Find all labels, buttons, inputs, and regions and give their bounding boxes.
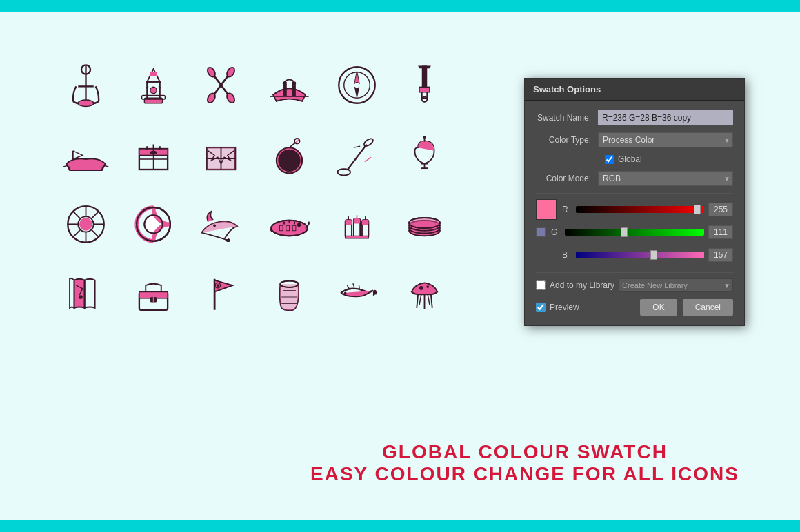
list-item [123, 123, 183, 185]
color-type-select-wrapper: Process Color ▼ [598, 132, 733, 147]
divider-2 [536, 272, 733, 273]
color-type-select[interactable]: Process Color [598, 132, 733, 147]
list-item [123, 260, 183, 323]
swatch-name-input[interactable] [598, 110, 733, 125]
list-item [191, 123, 252, 185]
svg-rect-88 [346, 236, 369, 238]
svg-rect-83 [354, 218, 360, 223]
list-item [394, 260, 455, 323]
list-item [191, 260, 252, 323]
bottom-line1: GLOBAL COLOUR SWATCH [310, 441, 739, 463]
library-row: Add to my Library Create New Library... … [536, 278, 733, 292]
icon-row-3 [55, 192, 455, 254]
b-slider-thumb[interactable] [650, 250, 657, 260]
color-mode-select[interactable]: RGB [598, 171, 733, 186]
list-item [394, 54, 455, 116]
library-checkbox[interactable] [536, 280, 546, 290]
global-checkbox[interactable] [605, 155, 614, 164]
svg-point-17 [206, 92, 217, 104]
g-value-input[interactable] [708, 225, 733, 239]
r-slider-thumb[interactable] [694, 205, 701, 214]
svg-line-110 [359, 285, 359, 289]
svg-rect-7 [144, 98, 162, 103]
global-row: Global [536, 154, 733, 164]
svg-point-111 [344, 291, 347, 294]
r-value-input[interactable] [708, 203, 733, 216]
list-item [259, 192, 319, 254]
svg-point-35 [150, 150, 157, 154]
r-channel-row: R [536, 199, 733, 220]
color-mode-label: Color Mode: [536, 174, 598, 183]
bottom-text-area: GLOBAL COLOUR SWATCH EASY COLOUR CHANGE … [310, 441, 739, 485]
color-mode-select-wrapper: RGB ▼ [598, 171, 733, 186]
list-item [123, 54, 183, 116]
bottom-line2: EASY COLOUR CHANGE FOR ALL ICONS [310, 463, 739, 485]
r-label: R [562, 205, 572, 214]
list-item [394, 192, 455, 254]
svg-rect-6 [150, 72, 157, 76]
global-label: Global [618, 154, 642, 164]
library-select[interactable]: Create New Library... [619, 278, 733, 292]
svg-line-61 [72, 211, 79, 218]
list-item [326, 54, 387, 116]
color-type-label: Color Type: [536, 135, 598, 145]
list-item [259, 123, 319, 185]
svg-line-108 [347, 285, 349, 289]
dialog-title: Swatch Options [533, 84, 601, 94]
svg-rect-84 [362, 219, 368, 225]
svg-point-102 [217, 284, 219, 287]
b-spacer [536, 245, 557, 265]
list-item [259, 260, 319, 323]
list-item [55, 192, 116, 254]
list-item [55, 260, 116, 323]
list-item [123, 192, 183, 254]
list-item [394, 123, 455, 185]
svg-point-117 [419, 286, 423, 290]
svg-point-95 [79, 295, 83, 299]
r-slider-track [576, 206, 704, 213]
svg-point-16 [226, 92, 237, 104]
list-item [191, 54, 252, 116]
ok-button[interactable]: OK [640, 299, 677, 316]
icon-row-1 [55, 54, 455, 116]
list-item [326, 123, 387, 185]
svg-line-47 [365, 157, 371, 162]
main-content: GLOBAL COLOUR SWATCH EASY COLOUR CHANGE … [0, 12, 800, 520]
dialog-titlebar: Swatch Options [525, 79, 744, 101]
preview-label: Preview [550, 303, 579, 312]
svg-line-114 [431, 294, 432, 308]
svg-point-53 [423, 136, 426, 139]
cancel-button[interactable]: Cancel [683, 299, 733, 316]
preview-row: Preview OK Cancel [536, 299, 733, 316]
svg-line-63 [92, 211, 99, 218]
g-label: G [551, 227, 561, 237]
svg-line-64 [72, 229, 79, 236]
svg-point-3 [78, 100, 94, 106]
svg-point-118 [427, 285, 430, 288]
swatch-name-row: Swatch Name: [536, 110, 733, 125]
svg-point-56 [79, 218, 92, 231]
g-channel-row: G [536, 225, 733, 239]
svg-point-39 [276, 147, 302, 174]
list-item [55, 123, 116, 185]
svg-line-43 [296, 139, 299, 142]
gamut-icon [536, 227, 546, 237]
svg-rect-82 [346, 219, 352, 225]
g-slider-track [565, 229, 704, 236]
b-label: B [562, 250, 572, 260]
top-bar [0, 0, 800, 12]
svg-point-75 [297, 223, 301, 227]
list-item [259, 54, 319, 116]
b-channel-row: B [536, 245, 733, 265]
icons-area [55, 54, 455, 329]
svg-rect-27 [422, 65, 428, 88]
list-item [191, 192, 252, 254]
color-sliders-section: R G B [536, 199, 733, 265]
color-mode-row: Color Mode: RGB ▼ [536, 171, 733, 186]
preview-checkbox[interactable] [536, 303, 546, 312]
b-value-input[interactable] [708, 248, 733, 262]
swatch-options-dialog: Swatch Options Swatch Name: Color Type: … [524, 78, 745, 326]
swatch-name-label: Swatch Name: [536, 113, 598, 123]
g-slider-thumb[interactable] [621, 227, 628, 237]
list-item [55, 54, 116, 116]
